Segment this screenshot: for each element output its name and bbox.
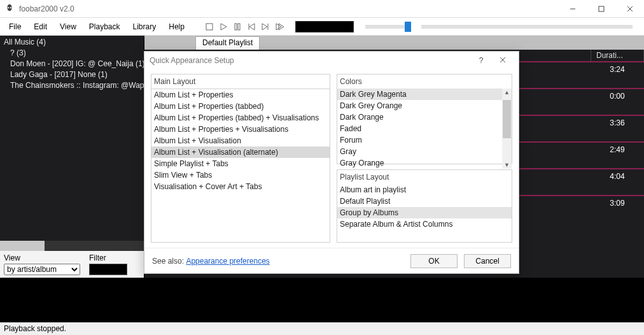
list-item[interactable]: Visualisation + Cover Art + Tabs — [151, 181, 330, 192]
main-layout-list[interactable]: Album List + Properties Album List + Pro… — [151, 89, 330, 243]
list-item[interactable]: Album List + Properties (tabbed) — [151, 101, 330, 112]
tree-item[interactable]: The Chainsmokers :: Instagram: @Wap — [4, 80, 140, 91]
svg-rect-8 — [235, 24, 237, 30]
cancel-button[interactable]: Cancel — [464, 254, 511, 268]
pause-button[interactable] — [232, 21, 243, 32]
minimize-button[interactable] — [558, 0, 587, 18]
list-item[interactable]: Album List + Visualisation (alternate) — [151, 146, 330, 158]
tree-item[interactable]: Don Moen - [2020] IG: @ Cee_Naija (1) — [4, 59, 140, 69]
appearance-preferences-link[interactable]: Appearance preferences — [186, 257, 269, 266]
svg-point-1 — [10, 7, 11, 8]
list-item[interactable]: Dark Grey Magenta — [337, 89, 512, 100]
filter-label: Filter — [89, 253, 127, 262]
tree-root[interactable]: All Music (4) — [4, 37, 140, 48]
library-sidebar: All Music (4) ? (3) Don Moen - [2020] IG… — [0, 36, 144, 278]
tree-item[interactable]: Lady Gaga - [2017] None (1) — [4, 69, 140, 80]
ok-button[interactable]: OK — [410, 254, 458, 268]
svg-rect-3 — [599, 6, 604, 11]
status-bar: Playback stopped. — [0, 322, 644, 335]
scroll-up-icon[interactable]: ▲ — [504, 89, 510, 96]
dialog-help-button[interactable]: ? — [470, 56, 492, 65]
list-item[interactable]: Album List + Properties — [151, 89, 330, 101]
tree-hscroll[interactable] — [0, 241, 144, 251]
title-bar: foobar2000 v2.0 — [0, 0, 644, 18]
tree-item[interactable]: ? (3) — [4, 48, 140, 59]
next-button[interactable] — [260, 21, 271, 32]
list-item[interactable]: Album List + Visualisation — [151, 135, 330, 146]
scroll-down-icon[interactable]: ▼ — [504, 162, 510, 168]
svg-marker-12 — [262, 24, 267, 30]
list-item[interactable]: Faded — [337, 123, 512, 134]
svg-marker-7 — [221, 24, 227, 30]
close-button[interactable] — [615, 0, 644, 18]
colors-list[interactable]: Dark Grey Magenta Dark Grey Orange Dark … — [337, 89, 512, 169]
svg-rect-6 — [206, 24, 213, 30]
colors-header: Colors — [337, 75, 512, 89]
view-select[interactable]: by artist/album — [4, 264, 80, 275]
menu-bar: File Edit View Playback Library Help — [0, 18, 644, 36]
list-item[interactable]: Dark Grey Orange — [337, 100, 512, 111]
volume-slider[interactable] — [365, 25, 410, 29]
dialog-close-button[interactable] — [492, 56, 514, 65]
list-item[interactable]: Forum — [337, 134, 512, 146]
playlist-layout-header: Playlist Layout — [337, 170, 512, 184]
list-item[interactable]: Album art in playlist — [337, 184, 512, 196]
library-tree[interactable]: All Music (4) ? (3) Don Moen - [2020] IG… — [0, 36, 144, 241]
list-item[interactable]: Gray Orange — [337, 157, 512, 169]
playlist-layout-list[interactable]: Album art in playlist Default Playlist G… — [337, 184, 512, 242]
list-item[interactable]: Separate Album & Artist Columns — [337, 218, 512, 230]
menu-library[interactable]: Library — [127, 21, 163, 32]
list-item[interactable]: Group by Albums — [337, 207, 512, 218]
colors-scrollbar[interactable]: ▲ ▼ — [502, 89, 512, 169]
playlist-tab[interactable]: Default Playlist — [195, 36, 260, 50]
svg-point-0 — [8, 7, 9, 8]
random-button[interactable] — [274, 21, 285, 32]
seek-bar[interactable] — [421, 25, 633, 29]
menu-playback[interactable]: Playback — [83, 21, 127, 32]
see-also-label: See also: — [152, 257, 184, 266]
maximize-button[interactable] — [587, 0, 615, 18]
list-item[interactable]: Simple Playlist + Tabs — [151, 158, 330, 169]
list-item[interactable]: Album List + Properties (tabbed) + Visua… — [151, 112, 330, 124]
main-layout-header: Main Layout — [151, 74, 330, 89]
window-title: foobar2000 v2.0 — [19, 4, 74, 13]
list-item[interactable]: Default Playlist — [337, 196, 512, 207]
quick-appearance-dialog: Quick Appearance Setup ? Main Layout Alb… — [144, 51, 519, 274]
stop-button[interactable] — [204, 21, 215, 32]
column-duration[interactable]: Durati... — [591, 50, 644, 61]
oscilloscope — [295, 21, 354, 32]
dialog-title: Quick Appearance Setup — [150, 56, 234, 65]
view-label: View — [4, 253, 80, 262]
filter-input[interactable] — [89, 264, 127, 275]
prev-button[interactable] — [246, 21, 257, 32]
menu-view[interactable]: View — [53, 21, 83, 32]
bottom-visualization — [0, 278, 644, 322]
menu-help[interactable]: Help — [162, 21, 191, 32]
list-item[interactable]: Album List + Properties + Visualisations — [151, 124, 330, 135]
play-button[interactable] — [218, 21, 229, 32]
svg-rect-9 — [238, 24, 240, 30]
list-item[interactable]: Gray — [337, 146, 512, 157]
list-item[interactable]: Dark Orange — [337, 111, 512, 123]
app-icon — [4, 3, 15, 15]
menu-file[interactable]: File — [3, 21, 27, 32]
menu-edit[interactable]: Edit — [27, 21, 53, 32]
list-item[interactable]: Slim View + Tabs — [151, 169, 330, 181]
svg-marker-11 — [249, 24, 255, 30]
